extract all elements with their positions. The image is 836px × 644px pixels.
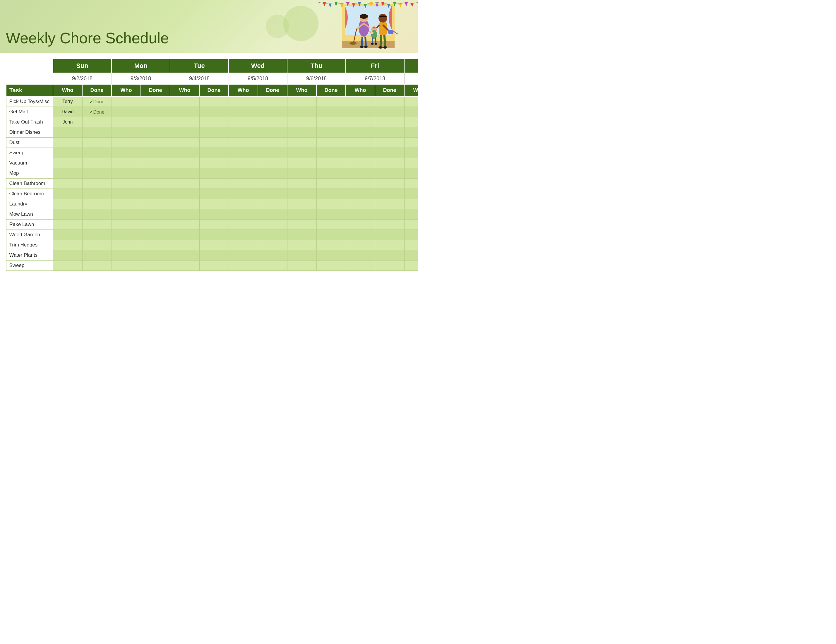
thu-done-cell[interactable]	[317, 137, 346, 148]
sat-who-cell[interactable]	[404, 260, 418, 271]
sun-done-cell[interactable]	[82, 117, 111, 127]
thu-who-cell[interactable]	[287, 260, 317, 271]
mon-done-cell[interactable]	[141, 137, 170, 148]
sat-who-cell[interactable]	[404, 158, 418, 168]
wed-who-cell[interactable]	[229, 209, 258, 219]
fri-who-cell[interactable]	[346, 240, 375, 250]
sun-done-cell[interactable]: ✓Done	[82, 96, 111, 107]
fri-done-cell[interactable]	[375, 107, 404, 117]
tue-done-cell[interactable]	[199, 96, 229, 107]
mon-who-cell[interactable]	[111, 96, 141, 107]
fri-done-cell[interactable]	[375, 158, 404, 168]
thu-done-cell[interactable]	[317, 230, 346, 240]
sun-done-cell[interactable]	[82, 240, 111, 250]
sun-who-cell[interactable]: John	[53, 117, 82, 127]
thu-done-cell[interactable]	[317, 250, 346, 260]
fri-done-cell[interactable]	[375, 230, 404, 240]
fri-done-cell[interactable]	[375, 137, 404, 148]
fri-done-cell[interactable]	[375, 219, 404, 230]
sun-done-cell[interactable]	[82, 148, 111, 158]
thu-done-cell[interactable]	[317, 209, 346, 219]
wed-who-cell[interactable]	[229, 199, 258, 209]
sun-who-cell[interactable]	[53, 219, 82, 230]
mon-who-cell[interactable]	[111, 230, 141, 240]
tue-who-cell[interactable]	[170, 148, 199, 158]
tue-done-cell[interactable]	[199, 230, 229, 240]
wed-who-cell[interactable]	[229, 240, 258, 250]
fri-who-cell[interactable]	[346, 260, 375, 271]
thu-done-cell[interactable]	[317, 107, 346, 117]
mon-who-cell[interactable]	[111, 250, 141, 260]
sun-done-cell[interactable]	[82, 230, 111, 240]
thu-who-cell[interactable]	[287, 158, 317, 168]
thu-done-cell[interactable]	[317, 240, 346, 250]
fri-done-cell[interactable]	[375, 209, 404, 219]
thu-who-cell[interactable]	[287, 127, 317, 137]
sat-who-cell[interactable]	[404, 230, 418, 240]
fri-done-cell[interactable]	[375, 117, 404, 127]
tue-done-cell[interactable]	[199, 240, 229, 250]
wed-who-cell[interactable]	[229, 230, 258, 240]
mon-done-cell[interactable]	[141, 260, 170, 271]
mon-who-cell[interactable]	[111, 178, 141, 189]
wed-done-cell[interactable]	[258, 168, 287, 178]
sat-who-cell[interactable]	[404, 199, 418, 209]
thu-who-cell[interactable]	[287, 219, 317, 230]
tue-done-cell[interactable]	[199, 260, 229, 271]
thu-done-cell[interactable]	[317, 168, 346, 178]
sun-who-cell[interactable]: Terry	[53, 96, 82, 107]
mon-done-cell[interactable]	[141, 178, 170, 189]
fri-who-cell[interactable]	[346, 96, 375, 107]
thu-who-cell[interactable]	[287, 189, 317, 199]
thu-who-cell[interactable]	[287, 96, 317, 107]
thu-who-cell[interactable]	[287, 199, 317, 209]
sat-who-cell[interactable]	[404, 107, 418, 117]
mon-who-cell[interactable]	[111, 189, 141, 199]
tue-who-cell[interactable]	[170, 199, 199, 209]
thu-done-cell[interactable]	[317, 260, 346, 271]
sat-who-cell[interactable]	[404, 240, 418, 250]
mon-who-cell[interactable]	[111, 117, 141, 127]
sun-who-cell[interactable]	[53, 250, 82, 260]
mon-done-cell[interactable]	[141, 219, 170, 230]
tue-done-cell[interactable]	[199, 158, 229, 168]
sat-who-cell[interactable]	[404, 250, 418, 260]
sun-done-cell[interactable]	[82, 137, 111, 148]
sun-done-cell[interactable]	[82, 250, 111, 260]
thu-done-cell[interactable]	[317, 199, 346, 209]
tue-who-cell[interactable]	[170, 168, 199, 178]
thu-done-cell[interactable]	[317, 96, 346, 107]
tue-done-cell[interactable]	[199, 219, 229, 230]
thu-who-cell[interactable]	[287, 230, 317, 240]
sun-who-cell[interactable]	[53, 230, 82, 240]
tue-done-cell[interactable]	[199, 189, 229, 199]
mon-done-cell[interactable]	[141, 107, 170, 117]
thu-who-cell[interactable]	[287, 250, 317, 260]
wed-done-cell[interactable]	[258, 178, 287, 189]
fri-who-cell[interactable]	[346, 117, 375, 127]
sun-who-cell[interactable]	[53, 178, 82, 189]
thu-who-cell[interactable]	[287, 240, 317, 250]
fri-who-cell[interactable]	[346, 250, 375, 260]
fri-who-cell[interactable]	[346, 230, 375, 240]
fri-done-cell[interactable]	[375, 199, 404, 209]
mon-who-cell[interactable]	[111, 199, 141, 209]
sun-done-cell[interactable]	[82, 209, 111, 219]
wed-who-cell[interactable]	[229, 107, 258, 117]
fri-done-cell[interactable]	[375, 189, 404, 199]
wed-who-cell[interactable]	[229, 137, 258, 148]
sun-who-cell[interactable]	[53, 137, 82, 148]
tue-done-cell[interactable]	[199, 168, 229, 178]
wed-done-cell[interactable]	[258, 260, 287, 271]
thu-who-cell[interactable]	[287, 148, 317, 158]
sun-done-cell[interactable]	[82, 178, 111, 189]
mon-who-cell[interactable]	[111, 137, 141, 148]
sat-who-cell[interactable]	[404, 189, 418, 199]
sat-who-cell[interactable]	[404, 117, 418, 127]
fri-done-cell[interactable]	[375, 168, 404, 178]
tue-done-cell[interactable]	[199, 199, 229, 209]
sun-done-cell[interactable]: ✓Done	[82, 107, 111, 117]
tue-who-cell[interactable]	[170, 96, 199, 107]
tue-done-cell[interactable]	[199, 148, 229, 158]
mon-done-cell[interactable]	[141, 240, 170, 250]
